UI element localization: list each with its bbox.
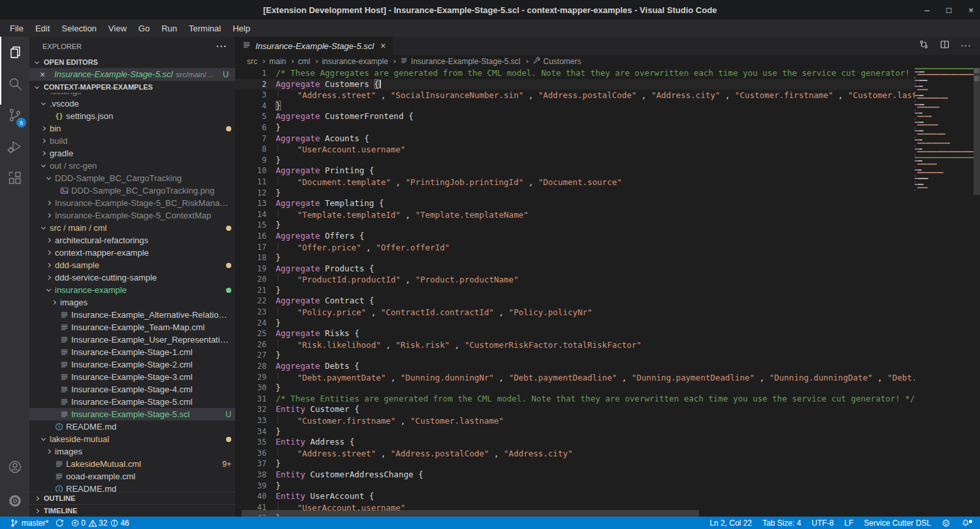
minimap[interactable] bbox=[915, 68, 973, 193]
menu-item-run[interactable]: Run bbox=[155, 20, 183, 37]
activity-run-and-debug[interactable] bbox=[0, 131, 29, 162]
tree-item[interactable]: Insurance-Example-Stage-1.cml bbox=[29, 346, 235, 358]
code-line[interactable]: 21} bbox=[235, 285, 915, 296]
code-line[interactable]: 24} bbox=[235, 318, 915, 329]
status-eol[interactable]: LF bbox=[841, 519, 857, 528]
activity-explorer[interactable] bbox=[0, 37, 29, 68]
code-line[interactable]: 29"Debt.paymentDate" , "Dunning.dunningN… bbox=[235, 372, 915, 383]
code-line[interactable]: 20"ProductId.productId" , "Product.produ… bbox=[235, 274, 915, 285]
code-line[interactable]: 39} bbox=[235, 481, 915, 492]
code-line[interactable]: 17"Offer.price" , "Offer.offerId" bbox=[235, 242, 915, 253]
line-number[interactable]: 14 bbox=[235, 209, 267, 220]
more-actions-button[interactable]: ··· bbox=[960, 40, 971, 52]
line-number[interactable]: 30 bbox=[235, 383, 267, 394]
breadcrumb-item[interactable]: main bbox=[268, 57, 287, 66]
tree-item[interactable]: .settings bbox=[29, 93, 235, 97]
line-number[interactable]: 31 bbox=[235, 394, 267, 405]
code-line[interactable]: 36"Address.street" , "Address.postalCode… bbox=[235, 448, 915, 459]
code-line[interactable]: 8"UserAccount.username" bbox=[235, 144, 915, 155]
code-line[interactable]: 23"Policy.price" , "ContractId.contractI… bbox=[235, 307, 915, 318]
outline-section-header[interactable]: OUTLINE bbox=[29, 492, 235, 504]
line-number[interactable]: 38 bbox=[235, 469, 267, 481]
line-number[interactable]: 40 bbox=[235, 491, 267, 502]
tree-item[interactable]: .vscode bbox=[29, 97, 235, 110]
code-line[interactable]: 10Aggregate Printing { bbox=[235, 165, 915, 177]
code-line[interactable]: 28Aggregate Debts { bbox=[235, 361, 915, 372]
tree-item[interactable]: build bbox=[29, 135, 235, 147]
split-editor-button[interactable] bbox=[939, 39, 950, 52]
code-line[interactable]: 19Aggregate Products { bbox=[235, 264, 915, 275]
tree-item[interactable]: DDD-Sample_BC_CargoTracking.png bbox=[29, 184, 235, 197]
breadcrumb-item[interactable]: insurance-example bbox=[321, 57, 389, 66]
tree-item[interactable]: LakesideMutual.cml9+ bbox=[29, 458, 235, 470]
line-number[interactable]: 5 bbox=[235, 111, 267, 122]
line-number[interactable]: 17 bbox=[235, 242, 267, 253]
line-number[interactable]: 23 bbox=[235, 307, 267, 318]
code-line[interactable]: 27} bbox=[235, 350, 915, 361]
line-number[interactable]: 13 bbox=[235, 198, 267, 209]
line-number[interactable]: 8 bbox=[235, 144, 267, 155]
line-number[interactable]: 32 bbox=[235, 404, 267, 415]
tree-item[interactable]: Insurance-Example-Stage-5_ContextMap bbox=[29, 209, 235, 222]
tree-item[interactable]: README.md bbox=[29, 420, 235, 433]
line-number[interactable]: 15 bbox=[235, 220, 267, 231]
code-line[interactable]: 11"Document.template" , "PrintingJob.pri… bbox=[235, 177, 915, 188]
code-line[interactable]: 6} bbox=[235, 122, 915, 133]
tab-insurance-example-stage-5[interactable]: Insurance-Example-Stage-5.scl × bbox=[235, 37, 393, 55]
breadcrumb-item[interactable]: Customers bbox=[531, 56, 583, 67]
tree-item[interactable]: Insurance-Example-Stage-5.cml bbox=[29, 396, 235, 408]
line-number[interactable]: 7 bbox=[235, 133, 267, 145]
line-number[interactable]: 3 bbox=[235, 90, 267, 101]
breadcrumb-item[interactable]: Insurance-Example-Stage-5.scl bbox=[399, 56, 521, 67]
code-line[interactable]: 3"Address.street" , "SocialInsuranceNumb… bbox=[235, 90, 915, 101]
menu-item-go[interactable]: Go bbox=[133, 20, 155, 37]
code-line[interactable]: 1/* These Aggregates are generated from … bbox=[235, 68, 915, 79]
tree-item[interactable]: insurance-example bbox=[29, 284, 235, 296]
activity-settings[interactable] bbox=[0, 485, 29, 517]
line-number[interactable]: 6 bbox=[235, 122, 267, 133]
tree-item[interactable]: DDD-Sample_BC_CargoTracking bbox=[29, 172, 235, 184]
code-line[interactable]: 14"Template.templateId" , "Template.temp… bbox=[235, 209, 915, 220]
line-number[interactable]: 12 bbox=[235, 188, 267, 199]
code-line[interactable]: 30} bbox=[235, 383, 915, 394]
line-number[interactable]: 11 bbox=[235, 177, 267, 188]
tree-item[interactable]: Insurance-Example_Team-Map.cml bbox=[29, 321, 235, 333]
code-line[interactable]: 34} bbox=[235, 426, 915, 437]
minimize-button[interactable]: – bbox=[924, 5, 929, 15]
activity-search[interactable] bbox=[0, 68, 29, 99]
vertical-scrollbar[interactable] bbox=[973, 68, 980, 517]
status-cursor-position[interactable]: Ln 2, Col 22 bbox=[706, 519, 755, 528]
line-number[interactable]: 18 bbox=[235, 252, 267, 264]
tree-item[interactable]: Insurance-Example_User_Representations.s… bbox=[29, 333, 235, 346]
line-number[interactable]: 1 bbox=[235, 68, 267, 79]
line-number[interactable]: 28 bbox=[235, 361, 267, 372]
tree-item[interactable]: src / main / cml bbox=[29, 222, 235, 234]
line-number[interactable]: 33 bbox=[235, 415, 267, 426]
tree-item[interactable]: ooad-example.cml bbox=[29, 470, 235, 483]
line-number[interactable]: 27 bbox=[235, 350, 267, 361]
line-number[interactable]: 21 bbox=[235, 285, 267, 296]
open-editor-item[interactable]: × Insurance-Example-Stage-5.scl src/main… bbox=[29, 68, 235, 80]
tree-item[interactable]: Insurance-Example-Stage-3.cml bbox=[29, 371, 235, 383]
line-number[interactable]: 34 bbox=[235, 426, 267, 437]
code-line[interactable]: 35Entity Address { bbox=[235, 437, 915, 448]
activity-source-control[interactable]: 8 bbox=[0, 99, 29, 131]
status-problems[interactable]: 03246 bbox=[67, 517, 132, 529]
code-line[interactable]: 12} bbox=[235, 188, 915, 199]
code-line[interactable]: 31/* These Entities are generated from t… bbox=[235, 394, 915, 405]
breadcrumb-item[interactable]: cml bbox=[297, 57, 312, 66]
code-line[interactable]: 2Aggregate Customers { bbox=[235, 79, 915, 90]
code-line[interactable]: 40Entity UserAccount { bbox=[235, 491, 915, 502]
code-line[interactable]: 25Aggregate Risks { bbox=[235, 328, 915, 339]
code-line[interactable]: 5Aggregate CustomerFrontend { bbox=[235, 111, 915, 122]
maximize-button[interactable]: □ bbox=[947, 5, 952, 15]
code-line[interactable]: 13Aggregate Templating { bbox=[235, 198, 915, 209]
status-language-mode[interactable]: Service Cutter DSL bbox=[860, 519, 934, 528]
close-icon[interactable]: × bbox=[380, 41, 385, 51]
line-number[interactable]: 10 bbox=[235, 165, 267, 177]
line-number[interactable]: 37 bbox=[235, 458, 267, 469]
activity-extensions[interactable] bbox=[0, 162, 29, 194]
status-encoding[interactable]: UTF-8 bbox=[808, 519, 837, 528]
line-number[interactable]: 29 bbox=[235, 372, 267, 383]
line-number[interactable]: 24 bbox=[235, 318, 267, 329]
